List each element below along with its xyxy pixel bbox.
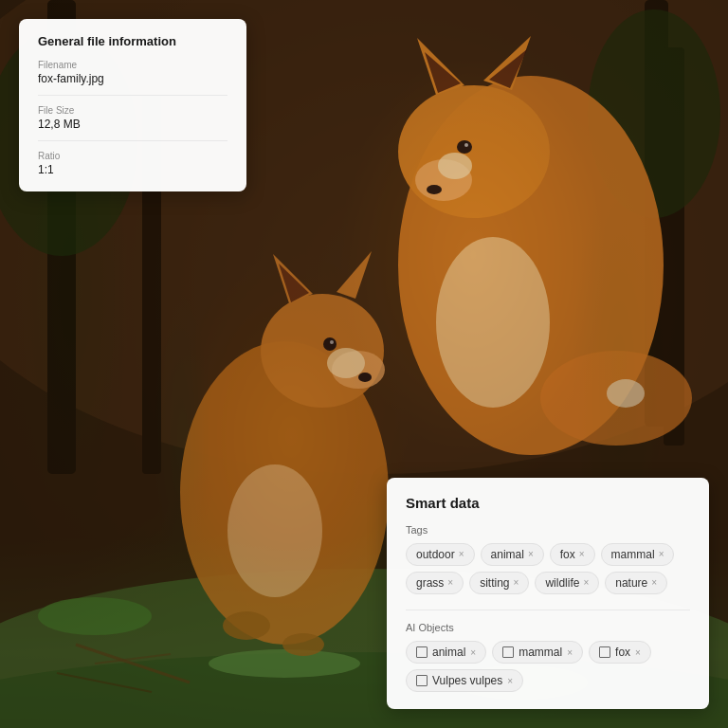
tag-sitting[interactable]: sitting×	[469, 572, 529, 594]
tag-fox[interactable]: fox×	[550, 543, 595, 566]
filesize-label: File Size	[38, 105, 228, 116]
section-divider	[406, 610, 690, 610]
svg-point-38	[223, 611, 270, 640]
tag-text: animal	[491, 548, 524, 561]
tag-close[interactable]: ×	[528, 550, 534, 559]
svg-point-37	[327, 348, 365, 378]
svg-point-26	[607, 379, 645, 408]
ai-object-text: mammal	[519, 646, 562, 659]
tag-text: fox	[560, 548, 575, 561]
tag-mammal[interactable]: mammal×	[601, 543, 675, 566]
ai-object-icon	[502, 646, 514, 658]
svg-point-11	[209, 649, 360, 678]
svg-point-21	[427, 185, 442, 194]
obj-fox[interactable]: fox×	[589, 641, 651, 664]
ai-object-close[interactable]: ×	[507, 676, 513, 686]
tag-close[interactable]: ×	[651, 578, 657, 588]
ai-object-text: animal	[432, 646, 465, 659]
tags-section: Tags outdoor×animal×fox×mammal×grass×sit…	[406, 524, 690, 594]
smart-data-panel: Smart data Tags outdoor×animal×fox×mamma…	[387, 478, 709, 709]
obj-animal[interactable]: animal×	[406, 641, 486, 664]
svg-point-39	[282, 633, 324, 656]
ratio-label: Ratio	[38, 151, 228, 161]
tag-grass[interactable]: grass×	[406, 572, 464, 594]
svg-point-29	[261, 294, 384, 408]
ai-object-close[interactable]: ×	[567, 647, 573, 658]
tags-container: outdoor×animal×fox×mammal×grass×sitting×…	[406, 543, 690, 594]
tag-close[interactable]: ×	[459, 550, 464, 559]
svg-point-36	[330, 340, 334, 344]
svg-point-10	[38, 597, 152, 635]
tag-nature[interactable]: nature×	[605, 572, 667, 594]
tag-text: mammal	[611, 548, 655, 561]
file-info-title: General file information	[38, 34, 228, 48]
svg-point-23	[464, 143, 468, 147]
file-info-panel: General file information Filename fox-fa…	[19, 19, 246, 191]
filename-value: fox-family.jpg	[38, 72, 228, 85]
tag-text: nature	[615, 576, 647, 590]
ai-object-icon	[416, 646, 428, 658]
filename-label: Filename	[38, 60, 228, 70]
tag-text: outdoor	[416, 548, 455, 561]
tag-animal[interactable]: animal×	[481, 543, 544, 566]
ai-object-icon	[599, 646, 610, 658]
ai-object-text: fox	[615, 646, 630, 659]
tag-text: sitting	[480, 576, 509, 590]
filesize-row: File Size 12,8 MB	[38, 105, 228, 141]
svg-point-35	[323, 337, 337, 351]
svg-point-28	[228, 464, 322, 597]
svg-point-24	[438, 153, 472, 179]
ratio-value: 1:1	[38, 163, 228, 176]
ai-object-icon	[416, 675, 428, 686]
ai-object-text: Vulpes vulpes	[432, 674, 502, 687]
tags-label: Tags	[406, 524, 690, 536]
ai-objects-section: AI Objects animal×mammal×fox×Vulpes vulp…	[406, 622, 690, 692]
obj-mammal[interactable]: mammal×	[492, 641, 583, 664]
tag-close[interactable]: ×	[514, 578, 519, 588]
ai-object-close[interactable]: ×	[470, 647, 476, 658]
smart-data-title: Smart data	[406, 495, 690, 511]
tag-close[interactable]: ×	[579, 550, 585, 559]
svg-point-14	[436, 237, 550, 408]
filename-row: Filename fox-family.jpg	[38, 60, 228, 96]
ratio-row: Ratio 1:1	[38, 151, 228, 176]
tag-wildlife[interactable]: wildlife×	[535, 572, 599, 594]
tag-close[interactable]: ×	[583, 578, 589, 588]
svg-point-22	[457, 140, 472, 154]
obj-vulpes[interactable]: Vulpes vulpes×	[406, 669, 523, 692]
tag-text: wildlife	[545, 576, 579, 590]
svg-point-34	[358, 373, 372, 382]
tag-text: grass	[416, 576, 444, 590]
tag-close[interactable]: ×	[659, 550, 664, 559]
filesize-value: 12,8 MB	[38, 118, 228, 131]
ai-objects-label: AI Objects	[406, 622, 690, 633]
svg-point-15	[398, 85, 550, 218]
ai-object-close[interactable]: ×	[635, 647, 641, 658]
tag-outdoor[interactable]: outdoor×	[406, 543, 475, 566]
ai-objects-container: animal×mammal×fox×Vulpes vulpes×	[406, 641, 690, 692]
tag-close[interactable]: ×	[447, 578, 453, 588]
